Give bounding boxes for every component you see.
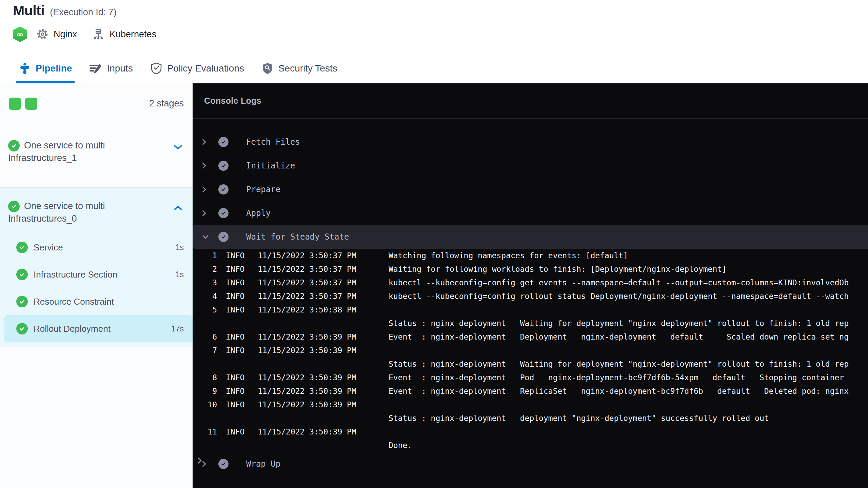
log-time [258, 439, 359, 452]
log-num: 2 [193, 262, 217, 276]
log-num: 9 [193, 384, 217, 398]
section-label: Wrap Up [246, 459, 280, 469]
log-num: 4 [193, 289, 217, 303]
step-rollout-deployment[interactable]: Rollout Deployment 17s [4, 315, 193, 342]
chevron-right-icon[interactable] [202, 162, 209, 169]
log-num: 6 [193, 330, 217, 344]
step-label: Infrastructure Section [34, 269, 117, 280]
success-check-icon [218, 459, 229, 469]
section-label: Initialize [246, 161, 295, 170]
tab-inputs-label: Inputs [107, 63, 133, 74]
success-check-icon [16, 242, 28, 253]
tab-pipeline-label: Pipeline [36, 63, 72, 74]
chevron-right-icon[interactable] [202, 461, 209, 467]
log-row: 8INFO11/15/2022 3:50:39 PMEvent : nginx-… [193, 371, 868, 384]
log-row: 10INFO11/15/2022 3:50:39 PM [193, 398, 868, 411]
section-initialize[interactable]: Initialize [193, 154, 868, 178]
log-level: INFO [226, 289, 245, 303]
tab-policy-evaluations-label: Policy Evaluations [167, 63, 244, 74]
log-row: 3INFO11/15/2022 3:50:37 PMkubectl --kube… [193, 276, 868, 289]
log-lines: 1INFO11/15/2022 3:50:37 PMWatching follo… [193, 249, 868, 452]
chevron-up-icon[interactable] [174, 205, 182, 212]
step-duration: 17s [171, 324, 184, 333]
chevron-down-icon[interactable] [202, 235, 209, 239]
log-num: 3 [193, 276, 217, 289]
log-num: 5 [193, 303, 217, 317]
chevron-right-icon[interactable] [202, 210, 209, 217]
success-check-icon [218, 232, 229, 242]
stage-name: One service to multi Infrastructures_1 [0, 139, 144, 164]
log-level: INFO [226, 276, 245, 289]
step-service[interactable]: Service 1s [0, 234, 193, 261]
section-wrap-up[interactable]: Wrap Up [193, 452, 868, 476]
tab-pipeline[interactable]: Pipeline [19, 54, 72, 83]
log-row: Done. [193, 439, 868, 452]
section-label: Prepare [246, 185, 280, 194]
log-num: 8 [193, 371, 217, 384]
log-msg: Status : nginx-deployment deployment "ng… [389, 411, 769, 425]
service-name[interactable]: Nginx [54, 29, 77, 40]
success-check-icon [218, 161, 229, 171]
success-check-icon [8, 140, 20, 151]
step-list: Service 1s Infrastructure Section 1s Res… [0, 234, 193, 342]
log-row: 6INFO11/15/2022 3:50:39 PMEvent : nginx-… [193, 330, 868, 344]
log-level: INFO [226, 398, 245, 411]
section-prepare[interactable]: Prepare [193, 178, 868, 201]
log-msg: Waiting for following workloads to finis… [389, 262, 727, 276]
shield-check-icon [151, 62, 162, 75]
section-apply[interactable]: Apply [193, 201, 868, 225]
log-row: 11INFO11/15/2022 3:50:39 PM [193, 425, 868, 439]
log-row: 1INFO11/15/2022 3:50:37 PMWatching follo… [193, 249, 868, 262]
chevron-right-icon[interactable] [202, 186, 209, 193]
environment-name[interactable]: Kubernetes [110, 29, 156, 40]
tab-security-tests[interactable]: Security Tests [262, 54, 337, 83]
shield-search-icon [262, 62, 273, 75]
tab-inputs[interactable]: Inputs [90, 54, 133, 83]
console-title: Console Logs [204, 96, 261, 106]
log-row: Status : nginx-deployment Waiting for de… [193, 317, 868, 330]
section-fetch-files[interactable]: Fetch Files [193, 130, 868, 154]
log-time: 11/15/2022 3:50:39 PM [258, 384, 359, 398]
section-label: Apply [246, 208, 271, 218]
section-wait-for-steady-state[interactable]: Wait for Steady State [193, 225, 868, 249]
stage-status-square-2[interactable] [25, 98, 37, 110]
log-num [193, 357, 217, 371]
stage-summary-bar: 2 stages [0, 84, 193, 123]
log-row: 5INFO11/15/2022 3:50:38 PM [193, 303, 868, 317]
expand-logs-chevron[interactable] [197, 457, 202, 466]
step-label: Service [34, 242, 63, 253]
log-time: 11/15/2022 3:50:37 PM [258, 262, 359, 276]
pipeline-icon [19, 63, 31, 74]
chevron-down-icon[interactable] [174, 145, 182, 151]
log-row: 9INFO11/15/2022 3:50:39 PMEvent : nginx-… [193, 384, 868, 398]
stage-infrastructures-1[interactable]: One service to multi Infrastructures_1 [0, 123, 193, 188]
log-row: 4INFO11/15/2022 3:50:37 PMkubectl --kube… [193, 289, 868, 303]
log-level: INFO [226, 425, 245, 439]
log-msg: Watching following namespaces for events… [389, 249, 628, 262]
stage-status-square-1[interactable] [9, 98, 21, 110]
log-msg: Status : nginx-deployment Waiting for de… [389, 317, 849, 330]
stage-infrastructures-0[interactable]: One service to multi Infrastructures_0 S… [0, 188, 193, 347]
log-msg: Event : nginx-deployment Pod nginx-deplo… [389, 371, 849, 384]
success-check-icon [218, 137, 229, 147]
log-level: INFO [226, 262, 245, 276]
page-header: Multi (Execution Id: 7) [13, 3, 117, 19]
log-level: INFO [226, 344, 245, 357]
step-label: Rollout Deployment [34, 324, 111, 334]
step-resource-constraint[interactable]: Resource Constraint [0, 288, 193, 315]
step-duration: 1s [176, 243, 184, 252]
log-level: INFO [226, 303, 245, 317]
log-time: 11/15/2022 3:50:37 PM [258, 249, 359, 262]
log-time: 11/15/2022 3:50:39 PM [258, 398, 359, 411]
log-time: 11/15/2022 3:50:39 PM [258, 330, 359, 344]
log-time: 11/15/2022 3:50:39 PM [258, 344, 359, 357]
chevron-right-icon[interactable] [202, 139, 209, 145]
tab-policy-evaluations[interactable]: Policy Evaluations [151, 54, 244, 83]
step-infrastructure-section[interactable]: Infrastructure Section 1s [0, 261, 193, 288]
tab-security-tests-label: Security Tests [278, 63, 337, 74]
log-num [193, 439, 217, 452]
log-num: 7 [193, 344, 217, 357]
infrastructure-icon [93, 28, 104, 41]
log-time: 11/15/2022 3:50:37 PM [258, 289, 359, 303]
log-time [258, 411, 359, 425]
